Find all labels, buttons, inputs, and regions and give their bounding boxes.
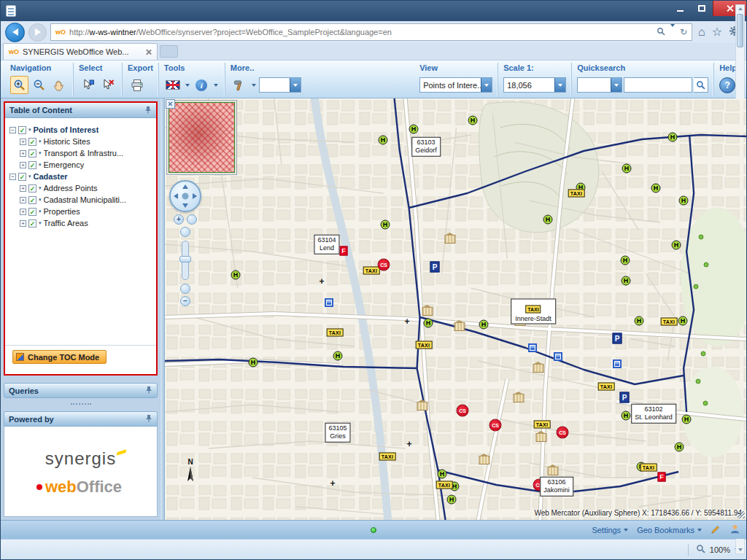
toc-item[interactable]: +✓▾Properties	[9, 206, 142, 217]
taxi-marker[interactable]: TAXI	[436, 481, 453, 489]
tree-marker[interactable]	[694, 284, 699, 289]
user-icon[interactable]	[729, 524, 740, 536]
zoom-in-tool[interactable]	[10, 76, 28, 94]
taxi-marker[interactable]: TAXI	[598, 383, 615, 391]
scroll-up-icon[interactable]	[738, 7, 743, 10]
view-combobox[interactable]: Points of Intere...	[419, 77, 492, 93]
chevron-down-icon[interactable]: ▾	[39, 220, 42, 226]
toc-item[interactable]: −✓▾Points of Interest	[9, 124, 142, 136]
refresh-icon[interactable]: ↻	[680, 27, 687, 37]
overview-resize-handle[interactable]	[738, 511, 745, 518]
chevron-down-icon[interactable]: ▾	[39, 139, 42, 144]
h-marker[interactable]: H	[621, 256, 630, 265]
collapse-icon[interactable]: −	[9, 127, 16, 133]
info-tool[interactable]: i	[193, 76, 211, 94]
layer-checkbox[interactable]: ✓	[18, 173, 26, 181]
expand-icon[interactable]: +	[20, 150, 26, 157]
info-dropdown[interactable]	[212, 76, 220, 94]
cs-marker[interactable]: CS	[557, 427, 569, 439]
settings-menu[interactable]: Settings	[592, 526, 628, 534]
museum-marker[interactable]	[454, 322, 465, 331]
zoom-step-up-button[interactable]	[180, 227, 190, 237]
pic-marker[interactable]	[613, 359, 622, 368]
home-icon[interactable]: ⌂	[698, 26, 705, 38]
hammer-dropdown[interactable]	[250, 76, 258, 94]
overview-extent[interactable]	[169, 102, 235, 173]
tree-marker[interactable]	[699, 235, 704, 240]
h-marker[interactable]: H	[333, 351, 343, 361]
zoom-out-tool[interactable]	[30, 76, 48, 94]
taxi-marker[interactable]: TAXI	[327, 329, 344, 337]
museum-marker[interactable]	[533, 364, 544, 373]
quicksearch-button[interactable]	[694, 77, 708, 93]
panel-drag-handle[interactable]	[71, 403, 91, 405]
toc-item[interactable]: −✓▾Cadaster	[9, 171, 142, 182]
overview-map[interactable]	[166, 100, 237, 175]
more-combobox[interactable]	[259, 77, 301, 93]
zoom-in-button[interactable]: +	[174, 214, 184, 225]
select-tool[interactable]	[79, 76, 97, 94]
layer-checkbox[interactable]: ✓	[28, 196, 36, 204]
p-marker[interactable]: P	[613, 333, 622, 344]
new-tab-button[interactable]	[160, 45, 178, 58]
pin-icon[interactable]	[145, 414, 152, 424]
maximize-button[interactable]	[691, 1, 713, 16]
pan-center-icon[interactable]	[182, 193, 189, 200]
pin-icon[interactable]	[144, 106, 152, 115]
chevron-down-icon[interactable]: ▾	[28, 174, 31, 179]
layer-checkbox[interactable]: ✓	[18, 126, 26, 134]
cross-marker[interactable]: +	[404, 317, 409, 326]
chevron-down-icon[interactable]	[481, 78, 492, 92]
toc-item[interactable]: +✓▾Transport & Infrastru...	[9, 147, 142, 159]
p-marker[interactable]: P	[620, 392, 630, 403]
tree-marker[interactable]	[701, 351, 706, 357]
chevron-down-icon[interactable]: ▾	[39, 150, 42, 156]
h-marker[interactable]: H	[381, 220, 390, 230]
zoom-slider-handle[interactable]	[179, 256, 191, 262]
chevron-down-icon[interactable]: ▾	[28, 127, 31, 133]
chevron-down-icon[interactable]: ▾	[39, 162, 42, 168]
h-marker[interactable]: H	[651, 184, 661, 193]
pan-left-icon[interactable]	[174, 193, 178, 199]
language-dropdown[interactable]	[184, 76, 191, 94]
scroll-thumb[interactable]	[737, 14, 743, 47]
taxi-marker[interactable]: TAXI	[379, 453, 396, 461]
zoom-slider[interactable]	[182, 241, 189, 280]
h-marker[interactable]: H	[622, 411, 631, 421]
museum-marker[interactable]	[445, 235, 456, 244]
h-marker[interactable]: H	[635, 316, 644, 326]
h-marker[interactable]: H	[438, 470, 447, 479]
chevron-down-icon[interactable]	[554, 78, 565, 92]
scale-combobox[interactable]: 18,056	[503, 77, 566, 93]
chevron-down-icon[interactable]: ▾	[39, 185, 42, 191]
quicksearch-combobox[interactable]	[577, 77, 622, 93]
toc-item[interactable]: +✓▾Traffic Areas	[9, 217, 142, 229]
tree-marker[interactable]	[704, 262, 709, 268]
cross-marker[interactable]: +	[406, 440, 411, 448]
tab-close-icon[interactable]	[145, 49, 152, 55]
cross-marker[interactable]: +	[319, 277, 324, 286]
expand-icon[interactable]: +	[20, 220, 26, 227]
h-marker[interactable]: H	[622, 164, 632, 174]
collapse-icon[interactable]: −	[9, 174, 16, 180]
h-marker[interactable]: H	[447, 495, 457, 505]
h-marker[interactable]: H	[249, 358, 258, 368]
museum-marker[interactable]	[536, 433, 547, 442]
overview-close-icon[interactable]	[166, 99, 175, 109]
cs-marker[interactable]: CS	[489, 419, 502, 432]
powered-by-header[interactable]: Powered by	[4, 411, 158, 427]
museum-marker[interactable]	[479, 456, 490, 464]
tree-marker[interactable]	[696, 379, 701, 384]
h-marker[interactable]: H	[678, 316, 688, 326]
minimize-button[interactable]	[669, 1, 691, 16]
h-marker[interactable]: H	[543, 215, 553, 225]
print-tool[interactable]	[128, 76, 146, 94]
back-button[interactable]	[5, 23, 25, 42]
pin-icon[interactable]	[145, 386, 152, 395]
map-canvas[interactable]: HHHHHHHHHHHHHHHHHHHHHHHHHHHTAXITAXITAXIT…	[165, 98, 746, 520]
pic-marker[interactable]	[554, 352, 562, 361]
expand-icon[interactable]: +	[20, 139, 26, 145]
cross-marker[interactable]: +	[330, 479, 335, 488]
zoom-out-button[interactable]: −	[180, 296, 190, 306]
help-button[interactable]: ?	[719, 77, 735, 93]
